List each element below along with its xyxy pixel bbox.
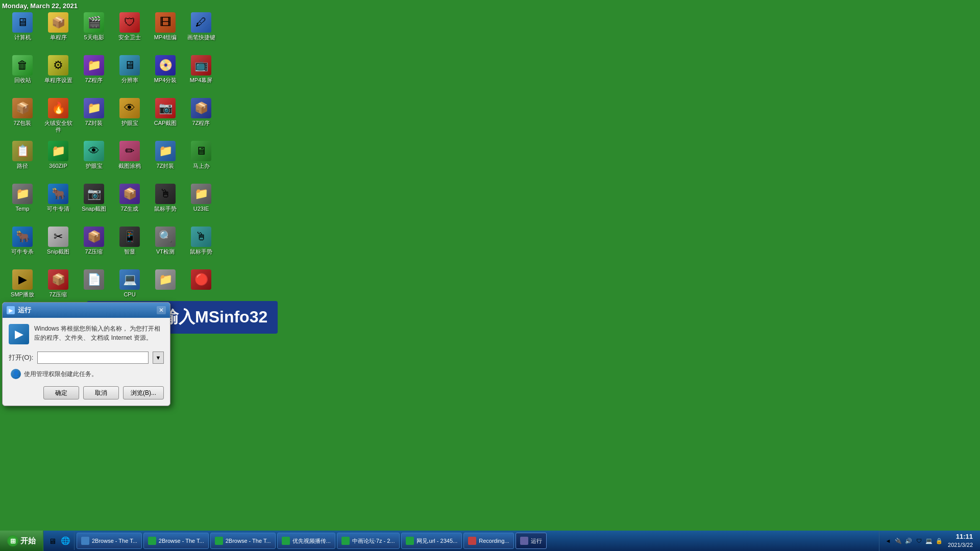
tray-other2[interactable]: 🔒	[935, 536, 944, 545]
run-buttons: 确定 取消 浏览(B)...	[9, 386, 164, 399]
start-button[interactable]: ⊞ 开始	[0, 531, 43, 551]
clock[interactable]: 11:11 2021/3/22	[945, 532, 976, 549]
icon-image-25: 🐂	[48, 184, 68, 204]
desktop-icon-26[interactable]: 📷 Snap截图	[78, 182, 110, 222]
icon-label-9: 分辨率	[121, 77, 138, 84]
desktop-icon-0[interactable]: 🖥 计算机	[6, 10, 39, 51]
desktop-icon-4[interactable]: 🎞 MP4组编	[149, 10, 182, 51]
desktop-icon-18[interactable]: 📋 路径	[6, 139, 39, 180]
desktop-icon-15[interactable]: 👁 护眼宝	[113, 96, 146, 137]
run-title-left: ▶ 运行	[7, 306, 31, 315]
tb-icon-0	[81, 537, 89, 545]
icon-image-33: 📱	[119, 227, 140, 247]
desktop-icon-6[interactable]: 🗑 回收站	[6, 53, 39, 94]
desktop-icon-5[interactable]: 🖊 画笔快捷键	[185, 10, 217, 51]
run-input-field[interactable]	[37, 352, 149, 364]
desktop-icon-3[interactable]: 🛡 安全卫士	[113, 10, 146, 51]
desktop-icon-33[interactable]: 📱 智显	[113, 224, 146, 265]
desktop-icon-7[interactable]: ⚙ 单程序设置	[42, 53, 75, 94]
taskbar-item-6[interactable]: Recording...	[463, 533, 513, 549]
desktop-icon-8[interactable]: 📁 7Z程序	[78, 53, 110, 94]
desktop-icon-12[interactable]: 📦 7Z包装	[6, 96, 39, 137]
tray-sound[interactable]: 🔊	[904, 536, 913, 545]
icon-label-17: 7Z程序	[192, 120, 210, 127]
desktop-icon-13[interactable]: 🔥 火绒安全软件	[42, 96, 75, 137]
system-tray: ◄ 🔌 🔊 🛡 💻 🔒 11:11 2021/3/22	[879, 531, 980, 551]
desktop-icon-34[interactable]: 🔍 VT检测	[149, 224, 182, 265]
tray-security[interactable]: 🛡	[914, 536, 923, 545]
tb-label-0: 2Browse - The T...	[92, 538, 137, 544]
desktop-icon-16[interactable]: 📷 CAP截图	[149, 96, 182, 137]
icon-label-28: 鼠标手势	[154, 206, 177, 212]
icon-image-6: 🗑	[12, 55, 33, 76]
taskbar-item-3[interactable]: 优先视频播传...	[277, 533, 335, 549]
icon-image-24: 📁	[12, 184, 33, 204]
taskbar-item-0[interactable]: 2Browse - The T...	[77, 533, 142, 549]
desktop-icon-22[interactable]: 📁 7Z封装	[149, 139, 182, 180]
taskbar-item-2[interactable]: 2Browse - The T...	[210, 533, 276, 549]
desktop-icon-17[interactable]: 📦 7Z程序	[185, 96, 217, 137]
run-cancel-button[interactable]: 取消	[83, 386, 119, 399]
run-input-row: 打开(O): ▼	[9, 352, 164, 364]
desktop-icon-grid: 🖥 计算机 📦 单程序 🎬 5天电影 🛡 安全卫士 🎞 MP4组编 🖊 画笔快捷…	[4, 8, 222, 310]
taskbar: ⊞ 开始 🖥 🌐 2Browse - The T... 2Browse - Th…	[0, 531, 980, 551]
tb-label-3: 优先视频播传...	[292, 537, 331, 545]
desktop-icon-27[interactable]: 📦 7Z生成	[113, 182, 146, 222]
taskbar-item-1[interactable]: 2Browse - The T...	[143, 533, 209, 549]
tb-icon-4	[341, 537, 350, 545]
tb-label-4: 中画论坛·7z - 2...	[352, 537, 395, 545]
run-ok-button[interactable]: 确定	[43, 386, 79, 399]
icon-label-31: Snip截图	[47, 248, 69, 255]
desktop-icon-9[interactable]: 🖥 分辨率	[113, 53, 146, 94]
ql-show-desktop[interactable]: 🖥	[45, 534, 59, 547]
icon-image-23: 🖥	[191, 141, 211, 161]
taskbar-item-5[interactable]: 网见.url - 2345...	[401, 533, 462, 549]
icon-image-17: 📦	[191, 98, 211, 118]
icon-label-24: Temp	[16, 206, 30, 212]
run-close-button[interactable]: ✕	[157, 306, 166, 314]
icon-label-5: 画笔快捷键	[187, 34, 215, 41]
desktop-icon-31[interactable]: ✂ Snip截图	[42, 224, 75, 265]
desktop-icon-23[interactable]: 🖥 马上办	[185, 139, 217, 180]
ql-ie[interactable]: 🌐	[59, 534, 72, 547]
desktop-icon-35[interactable]: 🖱 鼠标手势	[185, 224, 217, 265]
run-browse-button[interactable]: 浏览(B)...	[123, 386, 164, 399]
desktop-icon-30[interactable]: 🐂 可牛专杀	[6, 224, 39, 265]
desktop-icon-32[interactable]: 📦 7Z压缩	[78, 224, 110, 265]
icon-label-33: 智显	[124, 248, 135, 255]
icon-image-26: 📷	[84, 184, 104, 204]
desktop-icon-29[interactable]: 📁 U23IE	[185, 182, 217, 222]
desktop-icon-20[interactable]: 👁 护眼宝	[78, 139, 110, 180]
icon-label-30: 可牛专杀	[11, 248, 34, 255]
icon-label-39: CPU	[124, 291, 135, 298]
taskbar-items: 2Browse - The T... 2Browse - The T... 2B…	[75, 531, 879, 551]
icon-image-15: 👁	[119, 98, 140, 118]
icon-label-2: 5天电影	[84, 34, 104, 41]
run-info-icon: ▶	[9, 324, 29, 344]
icon-label-37: 7Z压缩	[50, 291, 67, 298]
desktop-icon-25[interactable]: 🐂 可牛专清	[42, 182, 75, 222]
icon-image-3: 🛡	[119, 12, 140, 33]
tb-icon-3	[282, 537, 290, 545]
desktop-icon-11[interactable]: 📺 MP4幕屏	[185, 53, 217, 94]
desktop-icon-2[interactable]: 🎬 5天电影	[78, 10, 110, 51]
desktop-icon-1[interactable]: 📦 单程序	[42, 10, 75, 51]
taskbar-item-7[interactable]: 运行	[516, 533, 547, 549]
desktop-icon-19[interactable]: 📁 360ZIP	[42, 139, 75, 180]
icon-label-34: VT检测	[156, 248, 175, 255]
desktop-icon-10[interactable]: 📀 MP4分装	[149, 53, 182, 94]
desktop-icon-14[interactable]: 📁 7Z封装	[78, 96, 110, 137]
icon-image-2: 🎬	[84, 12, 104, 33]
icon-label-18: 路径	[17, 163, 28, 169]
desktop-icon-21[interactable]: ✏ 截图涂鸦	[113, 139, 146, 180]
tray-other1[interactable]: 💻	[924, 536, 934, 545]
tray-arrow[interactable]: ◄	[884, 536, 893, 545]
desktop-icon-28[interactable]: 🖱 鼠标手势	[149, 182, 182, 222]
icon-image-16: 📷	[155, 98, 176, 118]
taskbar-item-4[interactable]: 中画论坛·7z - 2...	[337, 533, 400, 549]
tray-network[interactable]: 🔌	[894, 536, 903, 545]
tb-label-5: 网见.url - 2345...	[416, 537, 458, 545]
run-admin-icon: 👤	[11, 369, 21, 379]
desktop-icon-24[interactable]: 📁 Temp	[6, 182, 39, 222]
run-dropdown-button[interactable]: ▼	[153, 352, 164, 364]
